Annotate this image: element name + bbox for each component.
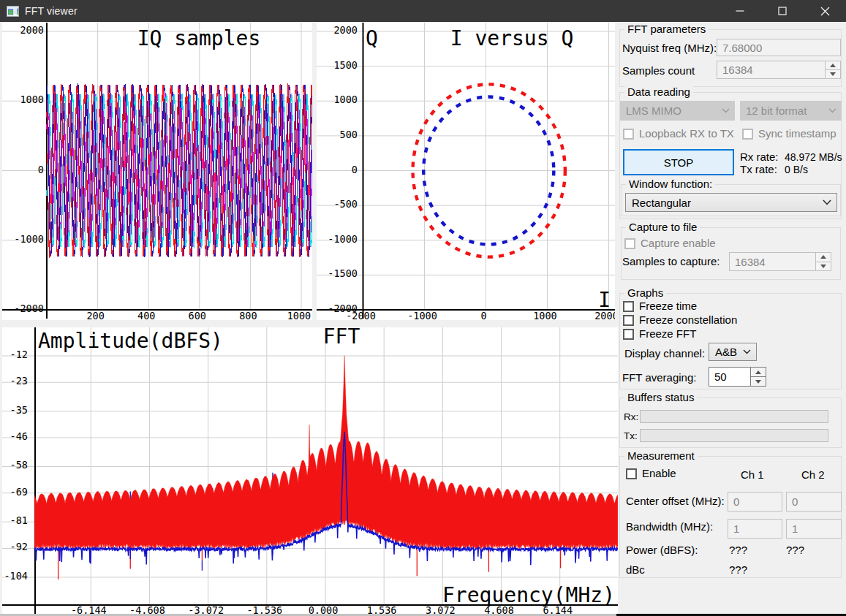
spin-down-button[interactable] — [826, 69, 840, 78]
power-ch2-value: ??? — [786, 544, 804, 556]
close-icon — [820, 7, 830, 16]
y-tick-label: 0 — [38, 164, 44, 175]
fft-trace-channel-A — [34, 356, 618, 550]
maximize-icon — [778, 7, 787, 15]
plot-title: I versus Q — [450, 26, 574, 50]
y-tick-label: 0 — [352, 164, 358, 175]
control-sidebar: FFT parameters Nyquist freq (MHz): 7.680… — [618, 22, 846, 614]
x-tick-label: 1000 — [533, 310, 557, 320]
time-domain-plot[interactable]: 2004006008001000200010000-1000-2000IQ sa… — [2, 23, 312, 320]
samples-to-capture-label: Samples to capture: — [622, 255, 720, 267]
rx-rate-value: 48.972 MB/s — [785, 151, 842, 163]
y-tick-label: -12 — [10, 349, 28, 360]
group-capture-to-file-title: Capture to file — [626, 221, 700, 233]
fft-averaging-label: FFT averaging: — [622, 371, 696, 384]
samples-to-capture-spinner[interactable]: 16384 — [729, 252, 831, 271]
checkbox-box — [623, 329, 634, 340]
x-tick-label: -3.072 — [188, 604, 224, 615]
fft-plot[interactable]: -6.144-4.608-3.072-1.5360.0001.5363.0724… — [2, 327, 618, 615]
power-label: Power (dBFS): — [626, 544, 698, 556]
plot-title: FFT — [323, 327, 360, 349]
checkbox-box — [626, 468, 637, 479]
y-tick-label: -1000 — [14, 233, 44, 245]
spin-down-button[interactable] — [751, 376, 766, 386]
group-window-function-title: Window function: — [626, 178, 715, 190]
ch1-header: Ch 1 — [741, 468, 764, 481]
freeze-constellation-checkbox[interactable]: Freeze constellation — [623, 315, 737, 326]
y-tick-label: -104 — [4, 570, 28, 582]
bandwidth-ch1-input[interactable]: 1 — [728, 519, 782, 539]
y-tick-label: -1000 — [328, 233, 358, 245]
y-tick-label: 500 — [340, 129, 358, 140]
spin-up-button[interactable] — [816, 253, 831, 262]
dbc-label: dBc — [626, 563, 645, 576]
y-tick-label: -500 — [333, 198, 358, 210]
x-tick-label: 1000 — [287, 310, 311, 320]
chevron-down-icon — [817, 199, 836, 205]
dbc-ch1-value: ??? — [729, 563, 747, 576]
center-offset-ch1-input[interactable]: 0 — [728, 492, 782, 512]
y-tick-label: 1000 — [333, 94, 358, 105]
spin-down-button[interactable] — [816, 262, 831, 271]
arrow-up-icon — [830, 64, 836, 67]
device-combobox[interactable]: LMS MIMO — [620, 101, 735, 121]
power-ch1-value: ??? — [729, 544, 747, 556]
measurement-enable-checkbox[interactable]: Enable — [626, 468, 676, 479]
display-channel-combobox[interactable]: A&B — [709, 343, 757, 361]
checkbox-box — [624, 238, 635, 249]
app-window-icon — [7, 6, 19, 17]
spin-up-button[interactable] — [826, 61, 840, 69]
spin-up-button[interactable] — [751, 368, 766, 376]
stop-button[interactable]: STOP — [623, 149, 734, 175]
y-axis-label: Amplitude(dBFS) — [38, 329, 223, 353]
constellation-plot[interactable]: -2000-10000100020002000150010005000-500-… — [317, 23, 615, 320]
y-tick-label: -23 — [10, 375, 28, 387]
y-tick-label: 1000 — [20, 94, 44, 105]
x-tick-label: -1000 — [407, 310, 437, 320]
x-tick-label: -6.144 — [71, 604, 107, 615]
minimize-icon — [736, 7, 744, 15]
sample-format-combobox[interactable]: 12 bit format — [740, 101, 842, 121]
maximize-button[interactable] — [761, 0, 804, 22]
samples-count-spinner[interactable]: 16384 — [717, 61, 841, 79]
arrow-up-icon — [820, 255, 826, 259]
y-tick-label: -2000 — [14, 303, 44, 314]
checkbox-box — [742, 129, 753, 140]
close-button[interactable] — [804, 0, 846, 22]
center-offset-ch2-input[interactable]: 0 — [786, 492, 842, 512]
freeze-fft-checkbox[interactable]: Freeze FFT — [623, 329, 696, 340]
group-data-reading-title: Data reading — [624, 85, 693, 98]
chevron-down-icon — [716, 108, 735, 113]
checkbox-box — [623, 129, 634, 140]
rx-buffer-progressbar — [640, 410, 828, 423]
fft-averaging-spin-buttons[interactable] — [750, 368, 766, 386]
window-function-combobox[interactable]: Rectangular — [625, 193, 837, 212]
bandwidth-ch2-input[interactable]: 1 — [786, 519, 842, 539]
y-tick-label: -35 — [10, 404, 28, 416]
x-tick-label: 200 — [86, 310, 104, 320]
y-tick-label: -58 — [10, 459, 28, 471]
freeze-time-checkbox[interactable]: Freeze time — [623, 301, 697, 312]
samples-count-spin-buttons[interactable] — [825, 61, 840, 78]
group-graphs-title: Graphs — [624, 286, 666, 299]
loopback-checkbox[interactable]: Loopback RX to TX — [623, 129, 734, 140]
x-tick-label: 600 — [189, 310, 206, 320]
nyquist-freq-input[interactable]: 7.68000 — [717, 39, 841, 56]
samples-to-capture-spin-buttons[interactable] — [815, 253, 831, 270]
minimize-button[interactable] — [719, 0, 761, 22]
group-fft-parameters-title: FFT parameters — [624, 23, 709, 35]
sync-timestamp-checkbox[interactable]: Sync timestamp — [742, 129, 836, 140]
arrow-down-icon — [755, 380, 761, 384]
titlebar[interactable]: FFT viewer — [0, 0, 846, 22]
fft-averaging-spinner[interactable]: 50 — [709, 367, 766, 387]
rx-buffer-label: Rx: — [624, 411, 638, 422]
capture-enable-checkbox[interactable]: Capture enable — [624, 238, 716, 249]
y-tick-label: -92 — [10, 541, 28, 552]
x-tick-label: -4.608 — [129, 604, 165, 615]
ch2-header: Ch 2 — [801, 468, 825, 481]
y-tick-label: -81 — [10, 514, 28, 526]
plot-title: IQ samples — [137, 26, 261, 50]
rx-rate-label: Rx rate: — [740, 151, 779, 163]
y-tick-label: -1500 — [328, 267, 358, 279]
y-tick-label: 2000 — [20, 24, 44, 36]
